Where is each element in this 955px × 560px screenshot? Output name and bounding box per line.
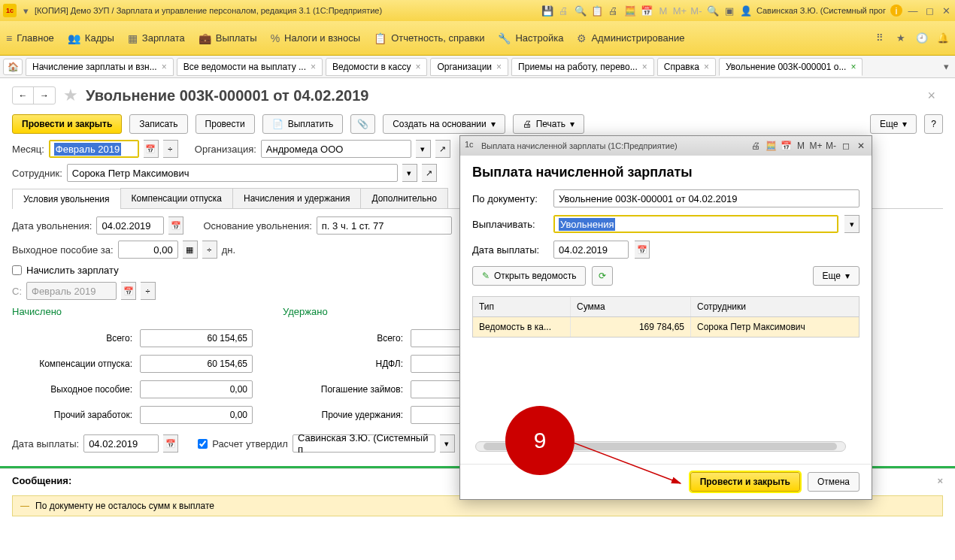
tab-close-icon[interactable]: × <box>162 62 167 72</box>
minimize-icon[interactable]: — <box>907 5 919 17</box>
m-icon[interactable]: M <box>657 5 669 17</box>
month-stepper[interactable]: ÷ <box>163 140 178 158</box>
tab-6[interactable]: Увольнение 003К-000001 о...× <box>719 58 863 76</box>
ftab-accruals[interactable]: Начисления и удержания <box>232 188 361 208</box>
post-and-close-button[interactable]: Провести и закрыть <box>12 114 122 134</box>
help-button[interactable]: ? <box>924 114 943 134</box>
zoom-in-icon[interactable]: 🔍 <box>707 5 719 17</box>
nav-payments[interactable]: 💼Выплаты <box>199 32 257 44</box>
severance-calc-icon[interactable]: ▦ <box>183 241 198 259</box>
pay-date-input[interactable]: 04.02.2019 <box>83 434 159 453</box>
refresh-button[interactable]: ⟳ <box>592 266 613 286</box>
panel-icon[interactable]: ▣ <box>723 5 735 17</box>
mminus-icon[interactable]: M- <box>690 5 702 17</box>
bell-icon[interactable]: 🔔 <box>937 32 949 44</box>
post-button[interactable]: Провести <box>196 114 255 134</box>
fire-date-cal-icon[interactable] <box>168 216 183 235</box>
close-icon[interactable]: ✕ <box>940 5 952 17</box>
month-calendar-icon[interactable] <box>144 140 159 158</box>
tab-3[interactable]: Организации× <box>430 58 508 76</box>
nav-settings[interactable]: 🔧Настройка <box>498 32 563 44</box>
fire-date-input[interactable]: 04.02.2019 <box>96 216 164 235</box>
pay-button[interactable]: 📄Выплатить <box>262 114 344 134</box>
home-button[interactable]: 🏠 <box>3 59 23 75</box>
star-icon[interactable]: ★ <box>895 32 907 44</box>
tab-5[interactable]: Справка× <box>657 58 716 76</box>
dropdown-icon[interactable]: ▾ <box>20 5 32 17</box>
favorite-icon[interactable]: ★ <box>63 86 78 105</box>
tab-close-icon[interactable]: × <box>311 62 316 72</box>
open-statement-button[interactable]: ✎ Открыть ведомость <box>472 266 586 286</box>
org-input[interactable]: Андромеда ООО <box>261 140 411 158</box>
tab-close-icon[interactable]: × <box>850 62 856 72</box>
dlg-doc-input[interactable]: Увольнение 003К-000001 от 04.02.2019 <box>553 189 860 207</box>
approved-dropdown-icon[interactable]: ▾ <box>440 434 455 453</box>
nav-taxes[interactable]: %Налоги и взносы <box>271 32 361 44</box>
dlg-cancel-button[interactable]: Отмена <box>808 472 860 492</box>
nav-back-button[interactable]: ← <box>13 87 34 104</box>
dlg-pay-input[interactable]: Увольнения <box>553 215 838 233</box>
nav-salary[interactable]: ▦Зарплата <box>128 32 185 44</box>
nav-reports[interactable]: 📋Отчетность, справки <box>374 32 484 44</box>
preview-icon[interactable]: 🔍 <box>575 5 587 17</box>
ftab-additional[interactable]: Дополнительно <box>360 188 447 208</box>
table-row[interactable]: Ведомость в ка... 169 784,65 Сорока Петр… <box>473 317 859 337</box>
attach-button[interactable]: 📎 <box>350 114 375 134</box>
save-icon[interactable]: 💾 <box>541 5 553 17</box>
dlg-mminus-icon[interactable]: M- <box>825 140 837 152</box>
nav-forward-button[interactable]: → <box>34 87 55 104</box>
tab-4[interactable]: Приемы на работу, перево...× <box>511 58 654 76</box>
dlg-close-icon[interactable]: ✕ <box>855 140 867 152</box>
doc-close-icon[interactable]: × <box>927 88 943 104</box>
calc-salary-checkbox[interactable] <box>12 265 22 275</box>
print-button[interactable]: 🖨Печать ▾ <box>513 114 584 134</box>
total-accrued[interactable]: 60 154,65 <box>140 329 253 347</box>
nav-hr[interactable]: 👥Кадры <box>68 32 114 44</box>
emp-dropdown-icon[interactable]: ▾ <box>402 164 417 182</box>
basis-input[interactable]: п. 3 ч. 1 ст. 77 <box>317 216 452 235</box>
tab-close-icon[interactable]: × <box>704 62 709 72</box>
other-value[interactable]: 0,00 <box>140 406 253 424</box>
maximize-icon[interactable]: ◻ <box>923 5 935 17</box>
dlg-more-button[interactable]: Еще ▾ <box>813 266 860 286</box>
dlg-date-input[interactable]: 04.02.2019 <box>553 241 629 259</box>
nav-admin[interactable]: ⚙Администрирование <box>577 32 684 44</box>
messages-close-icon[interactable]: × <box>937 475 943 486</box>
ftab-compensation[interactable]: Компенсации отпуска <box>120 188 233 208</box>
calendar-icon[interactable]: 📅 <box>641 5 653 17</box>
menu-button[interactable]: ≡Главное <box>6 32 54 44</box>
severance-input[interactable]: 0,00 <box>118 241 178 259</box>
dlg-m-icon[interactable]: M <box>795 140 807 152</box>
history-icon[interactable]: 🕘 <box>916 32 928 44</box>
copy-icon[interactable]: 📋 <box>591 5 603 17</box>
dlg-restore-icon[interactable]: ◻ <box>840 140 852 152</box>
dlg-date-cal-icon[interactable] <box>635 241 650 259</box>
tab-close-icon[interactable]: × <box>642 62 647 72</box>
sev-value[interactable]: 0,00 <box>140 380 253 398</box>
print2-icon[interactable]: 🖨 <box>608 5 620 17</box>
tab-0[interactable]: Начисление зарплаты и взн...× <box>26 58 174 76</box>
dlg-pay-dropdown-icon[interactable]: ▾ <box>844 215 860 233</box>
info-icon[interactable]: i <box>890 5 902 17</box>
comp-value[interactable]: 60 154,65 <box>140 355 253 373</box>
org-dropdown-icon[interactable]: ▾ <box>416 140 431 158</box>
ftab-conditions[interactable]: Условия увольнения <box>12 189 121 209</box>
dlg-calc-icon[interactable]: 🧮 <box>765 140 777 152</box>
tab-close-icon[interactable]: × <box>496 62 502 72</box>
more-button[interactable]: Еще ▾ <box>870 114 917 134</box>
dlg-submit-button[interactable]: Провести и закрыть <box>690 472 800 492</box>
record-button[interactable]: Записать <box>129 114 187 134</box>
dlg-calendar-icon[interactable]: 📅 <box>780 140 792 152</box>
tabs-menu-icon[interactable]: ▾ <box>940 61 952 73</box>
create-based-button[interactable]: Создать на основании ▾ <box>383 114 505 134</box>
calc-icon[interactable]: 🧮 <box>624 5 636 17</box>
tab-close-icon[interactable]: × <box>415 62 420 72</box>
dlg-print-icon[interactable]: 🖨 <box>750 140 762 152</box>
approved-checkbox[interactable] <box>198 439 208 449</box>
print-icon[interactable]: 🖨 <box>558 5 570 17</box>
tab-2[interactable]: Ведомости в кассу× <box>326 58 427 76</box>
approved-by-input[interactable]: Савинская З.Ю. (Системный п <box>293 434 435 453</box>
tab-1[interactable]: Все ведомости на выплату ...× <box>177 58 323 76</box>
org-open-icon[interactable]: ↗ <box>435 140 450 158</box>
dlg-mplus-icon[interactable]: M+ <box>810 140 822 152</box>
